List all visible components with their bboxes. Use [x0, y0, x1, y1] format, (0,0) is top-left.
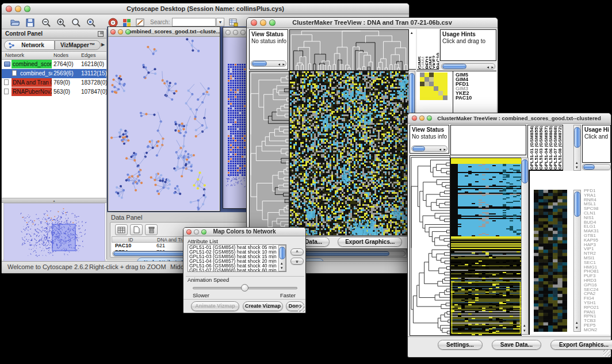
network-window-foreground[interactable]: combined_scores_good.txt--cluste...	[108, 26, 220, 212]
column-dendrogram-panel[interactable]	[450, 125, 526, 155]
scrollbar-thumb[interactable]	[583, 164, 595, 170]
column-label[interactable]: GPL51-01 (GSM854)	[529, 125, 534, 170]
resize-grip[interactable]	[298, 305, 305, 312]
column-label[interactable]: GPL51-08 (GSM872)	[557, 125, 562, 170]
zoom-in-icon[interactable]	[56, 17, 66, 28]
scroll-down-arrow[interactable]: ▾	[281, 266, 283, 270]
column-label[interactable]: GPL51-06 (GSM865)	[548, 125, 553, 170]
scroll-left-arrow[interactable]: ◂	[439, 147, 441, 151]
column-label[interactable]: PAC10	[435, 29, 439, 69]
heatmap-global-view[interactable]	[450, 158, 522, 336]
zoom-button[interactable]	[269, 20, 276, 26]
minimize-button[interactable]	[15, 6, 21, 12]
move-down-button[interactable]: v	[290, 258, 304, 265]
dendrogram-scroll-strip[interactable]: ▴	[409, 29, 416, 70]
heatmap-zoom-view[interactable]	[534, 190, 567, 332]
treeview2-button[interactable]: Settings...	[438, 340, 483, 350]
scroll-right-arrow[interactable]: ▸	[443, 147, 446, 151]
slider-thumb[interactable]	[241, 284, 248, 292]
float-panel-icon[interactable]	[98, 31, 104, 37]
minimize-button[interactable]	[194, 229, 199, 235]
attribute-select-icon[interactable]	[115, 224, 128, 235]
zoom-button[interactable]	[24, 6, 30, 12]
scroll-up-arrow[interactable]: ▴	[576, 160, 578, 164]
scroll-down-arrow[interactable]: ▾	[576, 165, 578, 169]
scroll-left-arrow[interactable]: ◂	[487, 65, 489, 69]
gene-label[interactable]: MON2	[584, 328, 599, 332]
open-file-icon[interactable]	[10, 17, 20, 28]
column-label[interactable]: YKE2	[431, 29, 435, 69]
tab-vizmapper[interactable]: VizMapper™	[55, 40, 101, 50]
resize-grip[interactable]	[603, 350, 610, 357]
network-table-row[interactable]: combined_scores 2764(0) 16218(0)	[2, 60, 106, 69]
heatmap-global-view[interactable]	[289, 71, 409, 236]
column-label[interactable]: GPL51-04 (GSM857)	[544, 125, 548, 170]
move-up-button[interactable]: ^	[290, 248, 304, 255]
network-table-row[interactable]: DNA and Tran 07 769(0) 183728(0)	[2, 78, 106, 87]
column-labels-vscrollbar[interactable]: ▴ ▾	[573, 125, 581, 171]
minimize-button[interactable]	[118, 29, 123, 35]
minimize-button[interactable]	[260, 20, 266, 26]
scrollbar-thumb[interactable]	[574, 191, 580, 217]
column-label[interactable]: GPL51-03 (GSM856)	[538, 125, 543, 170]
zoom-button[interactable]	[125, 29, 131, 35]
scroll-down-arrow[interactable]: ▾	[576, 325, 578, 329]
gene-dendrogram[interactable]	[410, 155, 450, 336]
zoom-button[interactable]	[427, 116, 432, 121]
column-label[interactable]: GIM4	[420, 29, 424, 69]
create-vizmap-button[interactable]: Create Vizmap	[243, 301, 283, 311]
search-input[interactable]	[172, 18, 216, 26]
scrollbar-thumb[interactable]	[279, 247, 285, 259]
view-status-hscrollbar[interactable]: ◂ ▸	[411, 145, 447, 152]
heatmap-vscrollbar[interactable]: ▴ ▾	[521, 158, 529, 335]
scroll-up-arrow[interactable]: ▴	[576, 320, 578, 324]
scroll-right-arrow[interactable]: ▸	[282, 62, 285, 66]
usage-hints-hscrollbar[interactable]: ◂ ▸	[441, 63, 495, 70]
scroll-down-arrow[interactable]: ▾	[523, 328, 526, 332]
new-attribute-icon[interactable]	[130, 224, 143, 235]
treeview2-titlebar[interactable]: ClusterMaker TreeView : combined_scores_…	[408, 113, 611, 124]
animate-vizmap-button[interactable]: Animate Vizmap	[191, 301, 239, 311]
column-label[interactable]: GPL51-07 (GSM868)	[553, 125, 557, 170]
scrollbar-thumb[interactable]	[442, 64, 466, 69]
close-button[interactable]	[251, 20, 257, 26]
tab-network[interactable]: Network	[4, 40, 55, 50]
scroll-up-arrow[interactable]: ▴	[411, 30, 413, 35]
treeview2-button[interactable]: Save Data...	[492, 340, 541, 350]
scroll-up-arrow[interactable]: ▴	[281, 261, 283, 265]
scroll-up-arrow[interactable]: ▴	[523, 323, 526, 327]
zoom-button[interactable]	[240, 30, 246, 35]
panel-split-handle[interactable]: ▴	[2, 198, 106, 203]
view-status-hscrollbar[interactable]: ◂ ▸	[251, 60, 286, 67]
search-dropdown-arrow[interactable]: ▼	[216, 18, 224, 26]
network-overview-thumbnail[interactable]	[3, 203, 105, 262]
network-table-row[interactable]: combined_sco 2569(6) 13112(15)	[2, 69, 106, 78]
close-button[interactable]	[6, 6, 12, 12]
network-table-row[interactable]: RNAPuberNov2+ 563(0) 107847(0)	[2, 87, 106, 97]
minimize-button[interactable]	[419, 116, 424, 121]
zoom-vscrollbar[interactable]: ▴ ▾	[573, 190, 581, 332]
treeview1-titlebar[interactable]: ClusterMaker TreeView : DNA and Tran 07-…	[247, 18, 498, 28]
attribute-list-item[interactable]: GPL51-07 (GSM868) heat shock 60 min	[189, 269, 286, 272]
usage-hints-hscrollbar[interactable]	[582, 164, 611, 170]
main-titlebar[interactable]: Cytoscape Desktop (Session Name: collins…	[2, 3, 409, 14]
heatmap-zoom-view[interactable]	[420, 72, 447, 100]
column-dendrogram[interactable]	[289, 29, 409, 71]
close-button[interactable]	[186, 229, 192, 235]
scrollbar-thumb[interactable]	[574, 127, 580, 148]
close-button[interactable]	[110, 29, 116, 35]
zoom-out-icon[interactable]	[41, 17, 51, 28]
row-label[interactable]: PAC10	[456, 95, 472, 100]
scrollbar-thumb[interactable]	[252, 61, 267, 66]
tab-overflow-arrow[interactable]: ▶	[101, 42, 105, 47]
zoom-fit-icon[interactable]	[71, 17, 81, 28]
treeview1-button[interactable]: Export Graphics...	[338, 237, 402, 247]
close-button[interactable]	[412, 116, 417, 121]
treeview2-button[interactable]: Export Graphics...	[550, 340, 612, 350]
scrollbar-thumb[interactable]	[412, 146, 425, 151]
scroll-left-arrow[interactable]: ◂	[278, 62, 280, 66]
delete-attribute-icon[interactable]	[145, 224, 158, 235]
row-dendrogram[interactable]	[249, 71, 289, 236]
scrollbar-thumb[interactable]	[522, 159, 528, 183]
scroll-right-arrow[interactable]: ▸	[491, 65, 494, 69]
